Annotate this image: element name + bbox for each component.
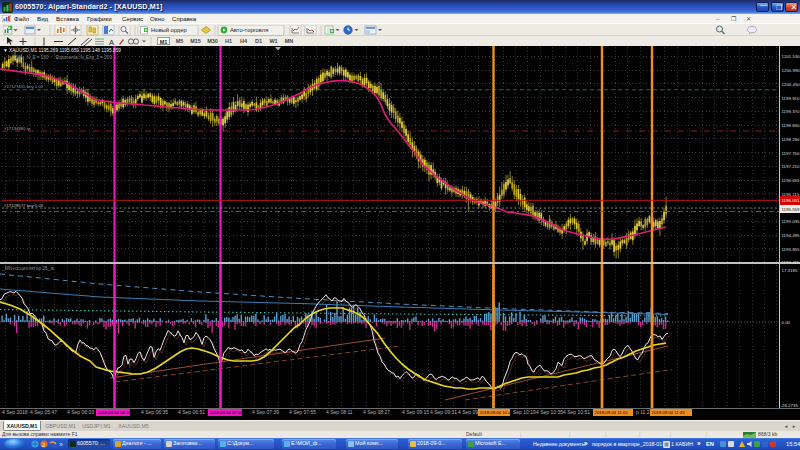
svg-text:4 Sep 09:15: 4 Sep 09:15 xyxy=(402,409,429,415)
svg-text:1200.450: 1200.450 xyxy=(782,82,800,87)
svg-text:1193.415: 1193.415 xyxy=(782,260,800,265)
svg-text:1199.370: 1199.370 xyxy=(782,109,800,114)
svg-text:Sep 10:19: Sep 10:19 xyxy=(513,409,536,415)
svg-text:1194.495: 1194.495 xyxy=(782,233,800,238)
svg-text:1195.559: 1195.559 xyxy=(782,207,800,212)
svg-text:_MN+осциллятор 06_w: _MN+осциллятор 06_w xyxy=(1,266,54,271)
svg-text:2018.09.04 11:45: 2018.09.04 11:45 xyxy=(652,410,686,415)
svg-text:4 Sep 08:27: 4 Sep 08:27 xyxy=(363,409,390,415)
svg-text:0.00: 0.00 xyxy=(782,320,791,325)
svg-text:1196.655: 1196.655 xyxy=(782,178,800,183)
svg-text:4 Sep 10:51: 4 Sep 10:51 xyxy=(563,409,590,415)
svg-text:4 Sep 2018: 4 Sep 2018 xyxy=(2,409,28,415)
svg-text:1199.910: 1199.910 xyxy=(782,96,800,101)
svg-text:4 Sep 06:03: 4 Sep 06:03 xyxy=(67,409,94,415)
svg-text:#17127455 buy 0.01: #17127455 buy 0.01 xyxy=(4,84,44,89)
svg-text:1198.830: 1198.830 xyxy=(782,123,800,128)
svg-text:1198.290: 1198.290 xyxy=(782,137,800,142)
svg-text:A: A xyxy=(109,37,114,46)
svg-text:1197.210: 1197.210 xyxy=(782,164,800,169)
svg-text:»: » xyxy=(59,441,63,448)
svg-text:4 Sep 08:11: 4 Sep 08:11 xyxy=(326,409,353,415)
svg-text:▼ XAUUSD,M1 1195.269 1195.659: ▼ XAUUSD,M1 1195.269 1195.659 1195.148 1… xyxy=(3,48,121,53)
svg-text:4 Sep 05:47: 4 Sep 05:47 xyxy=(30,409,57,415)
svg-text:4 Sep 06:35: 4 Sep 06:35 xyxy=(141,409,168,415)
svg-text:-26.2735: -26.2735 xyxy=(781,403,799,408)
svg-text:4 Sep 07:39: 4 Sep 07:39 xyxy=(252,409,279,415)
svg-text:4 Sep 07:55: 4 Sep 07:55 xyxy=(289,409,316,415)
svg-text:2018.09.04 10:03: 2018.09.04 10:03 xyxy=(480,410,514,415)
svg-text:#17134980 tp: #17134980 tp xyxy=(4,126,31,131)
svg-text:4 Sep 10:35: 4 Sep 10:35 xyxy=(536,409,563,415)
svg-text:Авто-торговля: Авто-торговля xyxy=(230,27,268,33)
svg-text:2018.09.04 11:05: 2018.09.04 11:05 xyxy=(595,410,629,415)
svg-text:4 Sep 09:31: 4 Sep 09:31 xyxy=(430,409,457,415)
svg-text:1197.750: 1197.750 xyxy=(782,151,800,156)
svg-text:1201.530: 1201.530 xyxy=(782,54,800,59)
svg-text:4 Sep 06:51: 4 Sep 06:51 xyxy=(178,409,205,415)
svg-text:1193.955: 1193.955 xyxy=(782,247,800,252)
svg-text:#17128577 buy 0.05: #17128577 buy 0.05 xyxy=(4,203,44,208)
svg-text:17.3185: 17.3185 xyxy=(782,268,798,273)
svg-text:2018.09.04 06:19: 2018.09.04 06:19 xyxy=(98,410,132,415)
svg-text:··· EMA: ;N_E = 100 ··· Expone: ··· EMA: ;N_E = 100 ··· Exponenta; N_Exp… xyxy=(7,55,118,60)
svg-text:Новый ордер: Новый ордер xyxy=(151,27,187,33)
svg-text:2018.09.04 07:07: 2018.09.04 07:07 xyxy=(210,410,244,415)
svg-text:1200.990: 1200.990 xyxy=(782,68,800,73)
svg-text:1196.051: 1196.051 xyxy=(782,198,800,203)
svg-text:1195.035: 1195.035 xyxy=(782,219,800,224)
